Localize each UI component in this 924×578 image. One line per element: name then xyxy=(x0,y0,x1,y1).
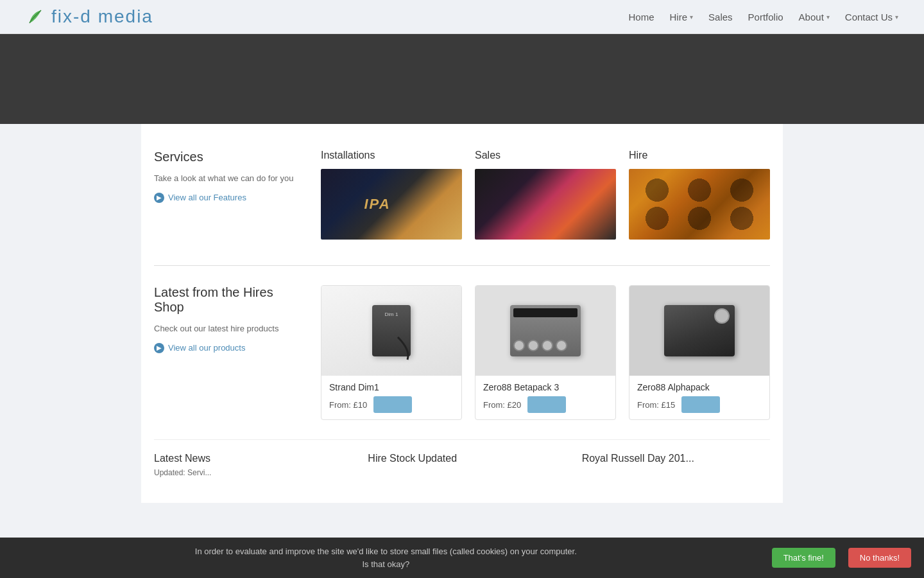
betapack-image xyxy=(475,286,615,376)
hero-banner xyxy=(0,34,924,124)
latest-news-heading-3: Royal Russell Day 201... xyxy=(582,453,770,464)
strand-price-row: From: £10 xyxy=(329,396,454,413)
product-card-alphapack: Zero88 Alphapack From: £15 xyxy=(629,285,770,420)
nav-hire[interactable]: Hire ▾ xyxy=(670,9,694,25)
section-divider xyxy=(154,265,770,266)
view-products-icon: ▶ xyxy=(154,343,164,353)
hire-heading: Hire xyxy=(629,150,770,161)
alphapack-image xyxy=(629,286,769,376)
strand-price: From: £10 xyxy=(329,400,367,410)
socket-4 xyxy=(556,340,567,351)
view-features-icon: ▶ xyxy=(154,193,164,203)
betapack-hire-button[interactable] xyxy=(527,396,566,413)
socket-2 xyxy=(527,340,539,351)
services-heading: Services xyxy=(154,150,295,164)
logo-leaf-icon xyxy=(26,6,46,27)
socket-1 xyxy=(513,340,525,351)
main-content: Services Take a look at what we can do f… xyxy=(141,124,783,503)
hire-card: Hire xyxy=(629,150,770,240)
latest-news-heading-1: Latest News xyxy=(154,453,342,464)
betapack-price-row: From: £20 xyxy=(483,396,608,413)
strand-name: Strand Dim1 xyxy=(329,382,454,392)
nav-about[interactable]: About ▾ xyxy=(799,9,830,25)
betapack-name: Zero88 Betapack 3 xyxy=(483,382,608,392)
contact-dropdown-icon: ▾ xyxy=(895,13,898,21)
strand-info: Strand Dim1 From: £10 xyxy=(321,376,461,419)
betapack-sockets xyxy=(513,340,578,351)
installations-card: Installations xyxy=(321,150,462,240)
sales-card: Sales xyxy=(475,150,616,240)
services-section: Services Take a look at what we can do f… xyxy=(154,150,770,240)
strand-image xyxy=(321,286,461,376)
betapack-visual xyxy=(510,305,581,356)
alphapack-info: Zero88 Alphapack From: £15 xyxy=(629,376,769,419)
latest-news-col-2: Hire Stock Updated xyxy=(368,453,556,477)
installations-heading: Installations xyxy=(321,150,462,161)
hires-shop-section: Latest from the Hires Shop Check out our… xyxy=(154,285,770,420)
nav-portfolio[interactable]: Portfolio xyxy=(748,9,783,25)
alphapack-price: From: £15 xyxy=(637,400,675,410)
hire-dropdown-icon: ▾ xyxy=(690,13,693,21)
services-description: Take a look at what we can do for you xyxy=(154,172,295,185)
main-nav: Home Hire ▾ Sales Portfolio About ▾ Cont… xyxy=(629,9,899,25)
socket-3 xyxy=(542,340,553,351)
products-area: Strand Dim1 From: £10 xyxy=(321,285,770,420)
betapack-price: From: £20 xyxy=(483,400,521,410)
services-column: Services Take a look at what we can do f… xyxy=(154,150,295,240)
installations-image[interactable] xyxy=(321,169,462,240)
about-dropdown-icon: ▾ xyxy=(826,13,830,21)
logo-link[interactable]: fix-d media xyxy=(26,6,153,27)
sales-image[interactable] xyxy=(475,169,616,240)
hires-shop-column: Latest from the Hires Shop Check out our… xyxy=(154,285,295,420)
nav-contact[interactable]: Contact Us ▾ xyxy=(845,9,898,25)
logo-text: fix-d media xyxy=(51,6,153,27)
betapack-info: Zero88 Betapack 3 From: £20 xyxy=(475,376,615,419)
sales-heading: Sales xyxy=(475,150,616,161)
latest-news-col-3: Royal Russell Day 201... xyxy=(582,453,770,477)
feature-cards: Installations Sales Hire xyxy=(321,150,770,240)
hire-image[interactable] xyxy=(629,169,770,240)
alphapack-visual xyxy=(664,305,735,356)
latest-news-heading-2: Hire Stock Updated xyxy=(368,453,556,464)
latest-news-preview-1: Updated: Servi... xyxy=(154,468,342,477)
nav-home[interactable]: Home xyxy=(629,9,654,25)
view-products-link[interactable]: ▶ View all our products xyxy=(154,343,295,353)
nav-sales[interactable]: Sales xyxy=(708,9,733,25)
strand-cable-visual xyxy=(366,299,417,363)
alphapack-name: Zero88 Alphapack xyxy=(637,382,762,392)
product-card-betapack: Zero88 Betapack 3 From: £20 xyxy=(475,285,616,420)
hires-shop-description: Check out our latest hire products xyxy=(154,322,295,335)
alphapack-price-row: From: £15 xyxy=(637,396,762,413)
strand-hire-button[interactable] xyxy=(373,396,412,413)
site-header: fix-d media Home Hire ▾ Sales Portfolio … xyxy=(0,0,924,34)
latest-news-row: Latest News Updated: Servi... Hire Stock… xyxy=(154,439,770,477)
hires-shop-heading: Latest from the Hires Shop xyxy=(154,285,295,315)
alphapack-hire-button[interactable] xyxy=(681,396,720,413)
latest-news-col-1: Latest News Updated: Servi... xyxy=(154,453,342,477)
product-card-strand: Strand Dim1 From: £10 xyxy=(321,285,462,420)
view-features-link[interactable]: ▶ View all our Features xyxy=(154,193,295,203)
